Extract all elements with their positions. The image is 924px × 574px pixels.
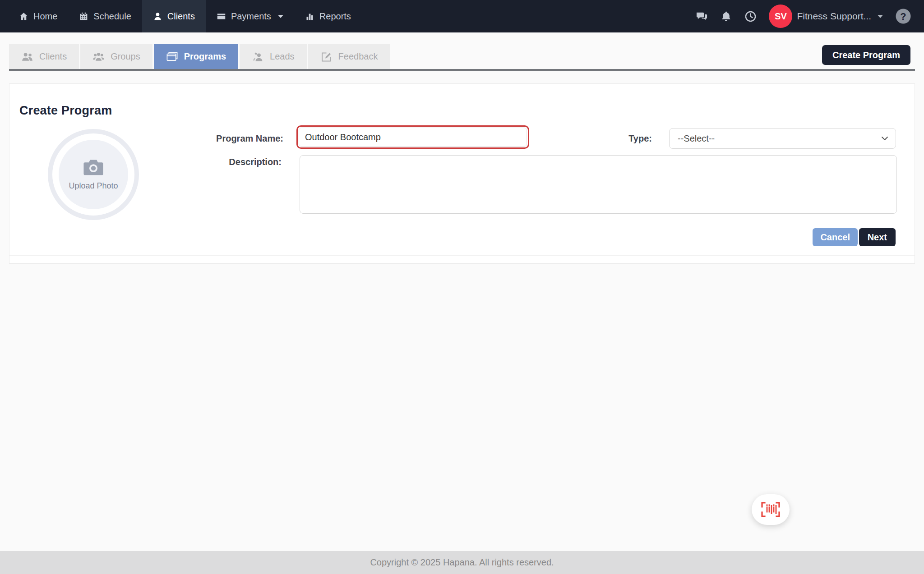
chevron-down-icon (278, 15, 283, 18)
nav-item-schedule[interactable]: Schedule (68, 0, 142, 32)
lead-user-icon (252, 51, 264, 62)
bar-chart-icon (305, 12, 314, 21)
credit-card-icon (217, 12, 226, 21)
nav-utilities: SV Fitness Support... ? (696, 0, 924, 32)
program-name-input[interactable] (299, 128, 527, 147)
tab-leads[interactable]: Leads (240, 44, 307, 69)
two-users-icon (21, 51, 33, 62)
create-program-button[interactable]: Create Program (822, 45, 910, 65)
top-nav: Home Schedule Clients Payments Reports (0, 0, 924, 32)
copyright-text: Copyright © 2025 Hapana. All rights rese… (370, 557, 554, 568)
cancel-button[interactable]: Cancel (813, 228, 858, 246)
nav-label: Reports (319, 11, 351, 22)
type-label: Type: (593, 133, 652, 144)
next-button[interactable]: Next (859, 228, 896, 246)
tab-feedback[interactable]: Feedback (308, 44, 390, 69)
nav-label: Home (33, 11, 57, 22)
upload-photo-label: Upload Photo (69, 181, 118, 191)
tab-label: Groups (111, 51, 140, 62)
nav-label: Clients (167, 11, 195, 22)
group-icon (92, 51, 105, 62)
svg-text:?: ? (900, 11, 906, 22)
clients-tab-bar: Clients Groups Programs Leads Feedback (9, 44, 915, 71)
nav-item-home[interactable]: Home (8, 0, 68, 32)
tab-groups[interactable]: Groups (80, 44, 152, 69)
tab-programs[interactable]: Programs (154, 44, 238, 69)
tab-clients[interactable]: Clients (9, 44, 79, 69)
create-program-card: Create Program Upload Photo Program Name… (9, 83, 915, 264)
upload-photo-button[interactable]: Upload Photo (48, 129, 139, 220)
chat-icon[interactable] (696, 10, 708, 23)
page-title: Create Program (19, 104, 112, 118)
avatar[interactable]: SV (769, 5, 792, 28)
windows-stack-icon (166, 51, 178, 62)
bell-icon[interactable] (720, 10, 732, 23)
nav-label: Schedule (93, 11, 131, 22)
nav-item-clients[interactable]: Clients (142, 0, 206, 32)
chevron-down-icon (880, 134, 889, 143)
main-menu: Home Schedule Clients Payments Reports (0, 0, 362, 32)
home-icon (19, 12, 28, 21)
camera-icon (83, 159, 104, 176)
copyright-footer: Copyright © 2025 Hapana. All rights rese… (0, 551, 924, 574)
upload-photo-inner: Upload Photo (59, 140, 128, 209)
tab-label: Programs (184, 51, 226, 62)
calendar-icon (79, 12, 88, 21)
page: Home Schedule Clients Payments Reports (0, 0, 924, 574)
nav-item-payments[interactable]: Payments (206, 0, 294, 32)
description-textarea[interactable] (300, 155, 897, 214)
nav-label: Payments (231, 11, 271, 22)
feedback-note-icon (320, 51, 333, 62)
nav-item-reports[interactable]: Reports (294, 0, 362, 32)
clock-icon[interactable] (744, 10, 757, 23)
program-name-field-focus-ring (296, 125, 529, 149)
help-icon[interactable]: ? (895, 8, 911, 24)
description-label: Description: (186, 157, 282, 167)
card-footer-divider (9, 255, 915, 256)
tab-label: Clients (39, 51, 67, 62)
account-name: Fitness Support... (797, 11, 871, 22)
program-name-label: Program Name: (188, 133, 283, 144)
tab-label: Leads (270, 51, 295, 62)
barcode-scan-icon (760, 501, 781, 518)
chevron-down-icon (878, 15, 883, 18)
barcode-scan-fab[interactable] (752, 494, 790, 525)
tab-label: Feedback (338, 51, 378, 62)
account-menu[interactable]: SV Fitness Support... (769, 5, 883, 28)
user-icon (153, 12, 162, 21)
type-select-value: --Select-- (678, 133, 715, 144)
type-select[interactable]: --Select-- (669, 128, 896, 149)
